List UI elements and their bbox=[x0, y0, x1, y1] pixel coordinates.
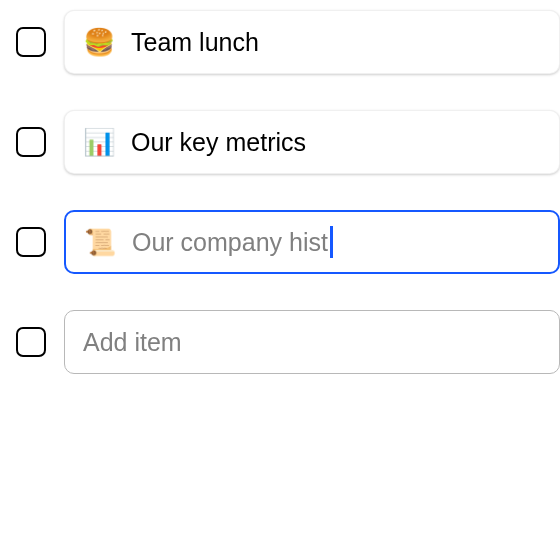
add-item-input[interactable]: Add item bbox=[64, 310, 560, 374]
checkbox[interactable] bbox=[16, 227, 46, 257]
scroll-icon: 📜 bbox=[84, 229, 116, 255]
item-label: Team lunch bbox=[131, 28, 259, 57]
list-item: 📜 Our company hist bbox=[16, 210, 560, 274]
item-edit-input[interactable]: Our company hist bbox=[132, 226, 333, 258]
item-label: Our key metrics bbox=[131, 128, 306, 157]
item-card-editing[interactable]: 📜 Our company hist bbox=[64, 210, 560, 274]
chart-icon: 📊 bbox=[83, 129, 115, 155]
checklist: 🍔 Team lunch 📊 Our key metrics 📜 Our com… bbox=[0, 10, 560, 374]
list-item-add: Add item bbox=[16, 310, 560, 374]
checkbox[interactable] bbox=[16, 127, 46, 157]
list-item: 📊 Our key metrics bbox=[16, 110, 560, 174]
add-item-placeholder: Add item bbox=[83, 328, 182, 357]
item-card[interactable]: 🍔 Team lunch bbox=[64, 10, 560, 74]
burger-icon: 🍔 bbox=[83, 29, 115, 55]
checkbox[interactable] bbox=[16, 327, 46, 357]
list-item: 🍔 Team lunch bbox=[16, 10, 560, 74]
checkbox[interactable] bbox=[16, 27, 46, 57]
text-caret bbox=[330, 226, 333, 258]
item-label: Our company hist bbox=[132, 228, 328, 257]
item-card[interactable]: 📊 Our key metrics bbox=[64, 110, 560, 174]
